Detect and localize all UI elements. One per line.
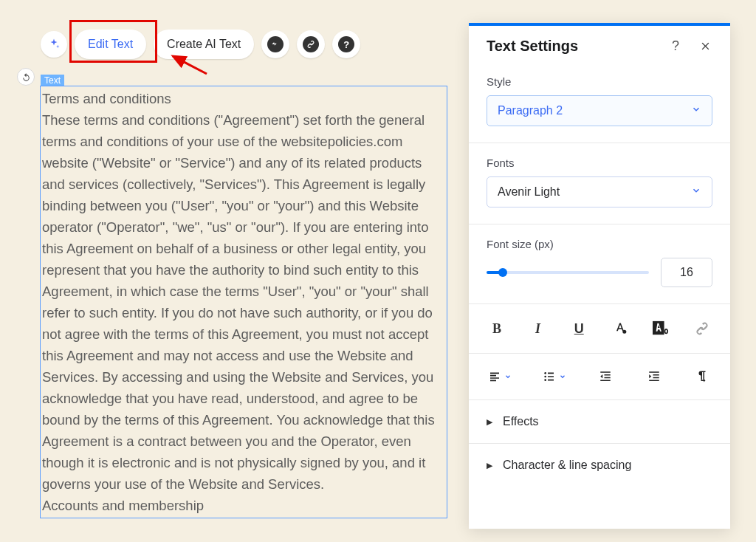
ai-sparkle-button[interactable]: [41, 31, 67, 58]
style-value: Paragraph 2: [498, 104, 563, 117]
bullet-list-icon: [543, 371, 556, 383]
fontsize-slider[interactable]: [487, 271, 649, 274]
style-section: Style Paragraph 2: [469, 58, 730, 143]
link-text-button[interactable]: [693, 320, 711, 337]
indent-increase-button[interactable]: [645, 370, 663, 383]
link-button[interactable]: [297, 30, 325, 58]
text-settings-panel: Text Settings ? Style Paragraph 2 Fonts …: [469, 23, 730, 529]
undo-icon: [21, 72, 31, 82]
fonts-section: Fonts Avenir Light: [469, 143, 730, 224]
spacing-section-toggle[interactable]: ▶ Character & line spacing: [469, 444, 730, 487]
highlight-button[interactable]: [652, 320, 670, 337]
indent-decrease-icon: [598, 370, 613, 383]
sparkle-icon: [47, 38, 61, 51]
spacing-label: Character & line spacing: [503, 459, 631, 472]
svg-line-0: [173, 56, 207, 74]
list-button[interactable]: [543, 371, 566, 383]
annotation-highlight-edit-text: [69, 20, 157, 63]
highlight-icon: [652, 320, 670, 337]
reset-button[interactable]: [17, 68, 35, 86]
style-label: Style: [487, 75, 712, 88]
effects-section-toggle[interactable]: ▶ Effects: [469, 400, 730, 444]
chevron-down-icon: [559, 373, 566, 380]
svg-point-3: [666, 330, 667, 333]
rtl-icon: [695, 370, 709, 383]
chevron-down-icon: [691, 104, 701, 117]
chevron-down-icon: [504, 373, 512, 380]
panel-close-button[interactable]: [696, 38, 714, 54]
triangle-right-icon: ▶: [487, 417, 492, 427]
style-dropdown[interactable]: Paragraph 2: [487, 95, 712, 126]
svg-point-6: [544, 379, 546, 381]
annotation-arrow: [168, 53, 213, 78]
indent-decrease-button[interactable]: [597, 370, 614, 383]
animation-button[interactable]: [261, 30, 289, 58]
underline-button[interactable]: U: [570, 320, 588, 337]
text-color-icon: [612, 321, 628, 336]
element-type-label: Text: [41, 75, 64, 86]
fontsize-section: Font size (px): [469, 224, 730, 304]
text-content-block[interactable]: Terms and conditions These terms and con…: [40, 86, 447, 518]
help-button[interactable]: ?: [332, 30, 360, 58]
link-icon: [303, 36, 319, 52]
fonts-label: Fonts: [487, 157, 712, 169]
fontsize-input[interactable]: [661, 258, 712, 287]
italic-button[interactable]: I: [529, 320, 547, 337]
svg-point-1: [622, 330, 626, 334]
triangle-right-icon: ▶: [487, 461, 492, 470]
svg-point-4: [544, 372, 546, 374]
format-row-2: [469, 354, 730, 400]
format-row-1: B I U: [469, 304, 730, 354]
fonts-value: Avenir Light: [498, 185, 560, 199]
text-direction-button[interactable]: [693, 370, 711, 383]
close-icon: [700, 41, 711, 52]
link-icon: [695, 321, 709, 336]
animation-icon: [267, 36, 284, 52]
indent-increase-icon: [647, 370, 662, 383]
svg-point-5: [544, 376, 546, 378]
panel-header: Text Settings ?: [469, 26, 730, 58]
fontsize-label: Font size (px): [487, 238, 712, 250]
panel-title: Text Settings: [487, 38, 578, 55]
chevron-down-icon: [691, 185, 701, 199]
align-left-icon: [488, 371, 501, 383]
effects-label: Effects: [503, 415, 539, 428]
svg-rect-2: [653, 321, 664, 335]
bold-button[interactable]: B: [488, 320, 506, 337]
question-icon: ?: [338, 36, 354, 52]
fonts-dropdown[interactable]: Avenir Light: [487, 176, 712, 207]
panel-help-button[interactable]: ?: [667, 38, 684, 54]
align-button[interactable]: [488, 371, 512, 383]
slider-thumb: [498, 268, 507, 277]
text-color-button[interactable]: [611, 320, 629, 337]
